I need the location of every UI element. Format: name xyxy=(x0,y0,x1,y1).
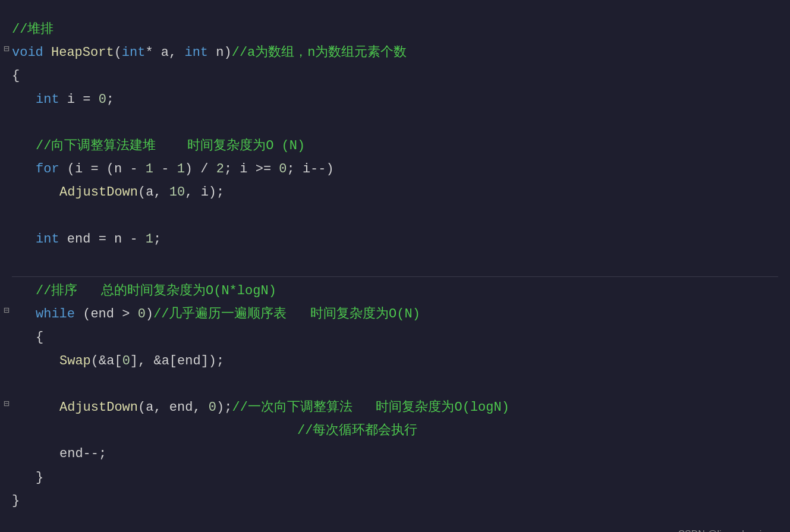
line-while: ⊟ while (end > 0 ) //几乎遍历一遍顺序表 时间复杂度为O(N… xyxy=(12,303,778,326)
line-end-dec: end -- ; xyxy=(12,442,778,465)
separator-line xyxy=(12,276,778,277)
line-empty-3 xyxy=(12,251,778,274)
collapse-marker-2[interactable]: ⊟ xyxy=(4,304,10,319)
line-close-brace1: } xyxy=(12,489,778,512)
line-open-brace2: { xyxy=(12,326,778,349)
comment-heapsort: //堆排 xyxy=(12,19,53,40)
line-for: for (i = (n - 1 - 1 ) / 2 ; i >= 0 ; i -… xyxy=(12,158,778,181)
line-void-heapsort: ⊟ void HeapSort ( int * a, int n) //a为数组… xyxy=(12,41,778,64)
line-empty-2 xyxy=(12,204,778,228)
line-open-brace1: { xyxy=(12,64,778,87)
line-comment-adjust: //向下调整算法建堆 时间复杂度为O (N) xyxy=(12,134,778,158)
line-empty-4 xyxy=(12,373,778,396)
line-comment-sort: //排序 总的时间复杂度为O(N*logN) xyxy=(12,279,778,303)
line-empty-1 xyxy=(12,111,778,134)
line-int-i: int i = 0 ; xyxy=(12,88,778,111)
watermark: CSDN @liuyunluoxiao xyxy=(678,527,772,532)
collapse-marker-3[interactable]: ⊟ xyxy=(4,397,10,413)
code-container: //堆排 ⊟ void HeapSort ( int * a, int n) /… xyxy=(0,12,790,532)
line-close-brace2: } xyxy=(12,466,778,489)
line-int-end: int end = n - 1 ; xyxy=(12,228,778,251)
line-comment-heapsort: //堆排 xyxy=(12,18,778,41)
line-swap: Swap (&a[ 0 ], &a[end]); xyxy=(12,350,778,373)
line-adjustdown2: ⊟ AdjustDown (a, end, 0 ); //一次向下调整算法 时间… xyxy=(12,396,778,419)
line-adjustdown1: AdjustDown (a, 10 , i); xyxy=(12,181,778,204)
collapse-marker-1[interactable]: ⊟ xyxy=(4,42,10,58)
line-comment-every: //每次循环都会执行 xyxy=(12,419,778,442)
